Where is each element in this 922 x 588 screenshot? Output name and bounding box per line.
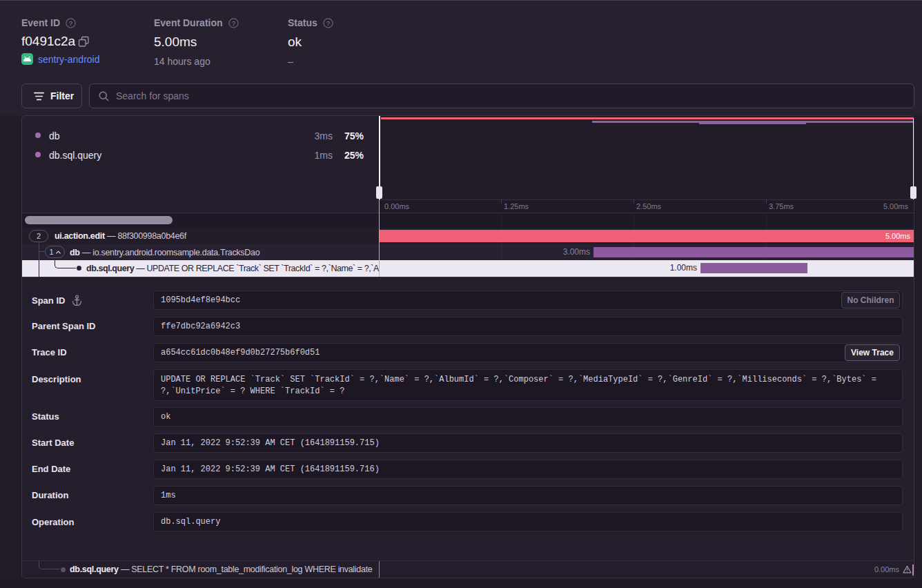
svg-text:?: ? <box>232 19 235 26</box>
svg-text:?: ? <box>326 19 330 26</box>
svg-text:?: ? <box>69 19 72 26</box>
